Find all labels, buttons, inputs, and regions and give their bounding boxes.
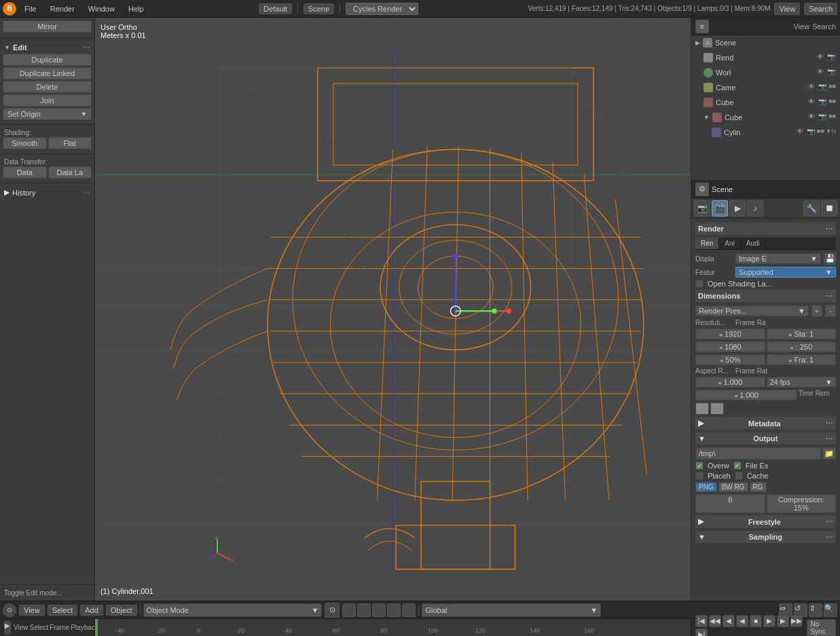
dimensions-section[interactable]: Dimensions ···	[695, 290, 836, 302]
open-shading-checkbox[interactable]	[695, 280, 704, 288]
tab-ren[interactable]: Ren	[695, 238, 719, 249]
blender-logo[interactable]: B	[3, 2, 16, 16]
set-origin-button[interactable]: Set Origin ▼	[3, 108, 92, 120]
metadata-section[interactable]: ▶ Metadata ···	[695, 417, 836, 430]
cube1-render-icon[interactable]: 📷	[818, 98, 827, 107]
playback-btn[interactable]: Playback	[71, 624, 98, 631]
frame-btn[interactable]: Frame	[50, 624, 69, 631]
preset-remove-btn[interactable]: -	[825, 305, 836, 317]
scene-selector[interactable]: Scene	[304, 3, 334, 14]
menu-file[interactable]: File	[19, 3, 42, 14]
world-eye-icon[interactable]: 👁	[816, 68, 825, 77]
outliner-view-label[interactable]: View	[793, 22, 809, 31]
outliner-view-btn[interactable]: ≡	[695, 20, 709, 33]
render-engine-selector[interactable]: Cycles Render	[346, 3, 418, 15]
outliner-scene[interactable]: ▶ S Scene	[691, 35, 840, 50]
workspace-selector[interactable]: Default	[259, 3, 292, 14]
select-menu[interactable]: Select	[48, 605, 78, 616]
icon-btn-2[interactable]	[357, 603, 371, 617]
feature-dropdown[interactable]: Supported ▼	[735, 267, 836, 278]
end-input[interactable]: ◂ : 250	[767, 341, 837, 352]
icon-btn-5[interactable]	[402, 603, 416, 617]
outliner-camera[interactable]: Came 👁 📷 ■■	[699, 80, 840, 95]
render-section-header[interactable]: Render ···	[695, 223, 836, 235]
tab-ani[interactable]: Ani	[719, 238, 740, 249]
transform-btn-4[interactable]: 🔍	[824, 603, 837, 617]
png-btn[interactable]: PNG	[695, 482, 717, 492]
transform-btn-3[interactable]: ⇕	[809, 603, 822, 617]
view-btn2[interactable]: View	[14, 624, 29, 631]
percent-input[interactable]: ◂ 50%	[695, 354, 765, 365]
freestyle-section[interactable]: ▶ Freestyle ···	[695, 515, 836, 528]
overw-checkbox[interactable]: ✓	[695, 462, 704, 470]
view-type-icon[interactable]: ⊙	[3, 603, 16, 617]
play-btn[interactable]: ▶	[763, 615, 775, 627]
duplicate-linked-button[interactable]: Duplicate Linked	[3, 67, 92, 79]
aspect-y-input[interactable]: ◂ 1.000	[695, 390, 797, 400]
compression-value[interactable]: Compression: 15%	[767, 494, 837, 513]
menu-help[interactable]: Help	[123, 3, 149, 14]
view-menu[interactable]: View	[19, 605, 45, 616]
timeline-main[interactable]: -40 -20 0 20 40 60 80 100 120 140 160	[95, 619, 691, 636]
next-keyframe-btn[interactable]: ▶	[777, 615, 789, 627]
menu-render[interactable]: Render	[45, 3, 80, 14]
file-ex-checkbox[interactable]: ✓	[733, 462, 742, 470]
rend-render-icon[interactable]: 📷	[826, 53, 836, 62]
render-preset-dropdown[interactable]: Render Pres... ▼	[695, 305, 809, 316]
data-button[interactable]: Data	[3, 166, 47, 179]
jump-start-btn[interactable]: |◀	[695, 615, 708, 627]
next-frame-btn[interactable]: ▶▶	[790, 615, 803, 627]
tab-audi[interactable]: Audi	[741, 238, 766, 249]
prop-icon-extra1[interactable]: 🔧	[803, 200, 820, 217]
outliner-cube2[interactable]: ▼ Cube 👁 📷 ■■	[699, 110, 840, 125]
prop-header-icon[interactable]: ⚙	[695, 183, 709, 196]
cylinder-render-icon[interactable]: 📷	[806, 128, 816, 137]
join-button[interactable]: Join	[3, 94, 92, 107]
outliner-cube1[interactable]: Cube 👁 📷 ■■	[699, 95, 840, 110]
prop-icon-render[interactable]: 🎬	[712, 200, 728, 217]
placeh-checkbox[interactable]	[695, 472, 704, 480]
stop-btn[interactable]: ■	[750, 615, 762, 627]
width-input[interactable]: ◂ 1920	[695, 329, 765, 339]
cube2-eye-icon[interactable]: 👁	[807, 113, 816, 122]
cube2-render-icon[interactable]: 📷	[818, 113, 827, 122]
icon-btn-4[interactable]	[387, 603, 401, 617]
outliner-search-label[interactable]: Search	[812, 22, 836, 31]
outliner-world[interactable]: Worl 👁 📷	[699, 65, 840, 80]
prop-icon-extra2[interactable]: 🔲	[821, 200, 837, 217]
history-header[interactable]: ▶ History ···	[3, 186, 92, 199]
cube1-eye-icon[interactable]: 👁	[807, 98, 816, 107]
viewport-shading-btn[interactable]: ⊙	[325, 603, 340, 618]
no-sync-label[interactable]: No Sync	[807, 619, 836, 637]
world-render-icon[interactable]: 📷	[826, 68, 836, 77]
camera-render-icon[interactable]: 📷	[818, 83, 827, 92]
delete-button[interactable]: Delete	[3, 81, 92, 93]
bwrg-btn[interactable]: BW RG	[718, 482, 748, 492]
edit-section-header[interactable]: ▼ Edit ···	[3, 41, 92, 54]
display-dropdown[interactable]: Image E ▼	[735, 253, 821, 264]
menu-window[interactable]: Window	[83, 3, 120, 14]
cylinder-eye-icon[interactable]: 👁	[795, 128, 805, 137]
viewport[interactable]: User Ortho Meters x 0.01	[95, 18, 691, 601]
duplicate-button[interactable]: Duplicate	[3, 54, 92, 66]
camera-eye-icon[interactable]: 👁	[807, 83, 816, 92]
mirror-button[interactable]: Mirror	[3, 20, 92, 33]
height-input[interactable]: ◂ 1080	[695, 341, 765, 352]
jump-end-btn[interactable]: ▶|	[695, 629, 708, 637]
output-section[interactable]: ▼ Output ···	[695, 432, 836, 445]
icon-btn-1[interactable]	[342, 603, 356, 617]
outliner-rend[interactable]: Rend 👁 📷	[699, 50, 840, 65]
sampling-section[interactable]: ▼ Sampling ···	[695, 531, 836, 543]
color-btn-2[interactable]	[710, 403, 724, 415]
outliner-cylinder[interactable]: Cylin 👁 📷 ■■ ▼N	[708, 125, 840, 140]
flat-button[interactable]: Flat	[48, 137, 92, 149]
sta-input[interactable]: ◂ Sta: 1	[767, 329, 837, 339]
add-menu[interactable]: Add	[80, 605, 103, 616]
color-depth-value[interactable]: 8	[695, 494, 765, 513]
preset-add-btn[interactable]: +	[811, 305, 822, 317]
fps-dropdown[interactable]: 24 fps ▼	[767, 377, 837, 388]
prop-icon-camera[interactable]: 📷	[694, 200, 710, 217]
timeline-icon[interactable]: ▶	[4, 621, 11, 635]
prop-icon-anim[interactable]: ▶	[729, 200, 746, 217]
data-la-button[interactable]: Data La	[48, 166, 92, 179]
